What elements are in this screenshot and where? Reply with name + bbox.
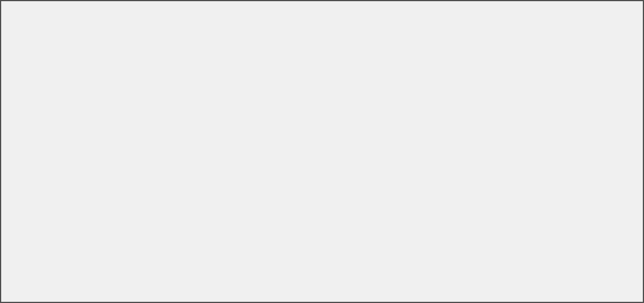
menu-view[interactable]: View [124, 15, 151, 26]
cell[interactable]: FOREIGN EXCHANGE (CAD --> USD) [113, 212, 252, 224]
row-selector[interactable] [8, 236, 17, 247]
cell[interactable]: CENTRAL SURCHARGE (CAD) [314, 188, 444, 200]
cell[interactable]: CEN-USD [252, 200, 314, 212]
radio-all[interactable]: All [24, 121, 44, 130]
forklift-icon[interactable]: ■ [67, 71, 82, 86]
tab-detention[interactable]: Detention [321, 98, 363, 112]
dropdown-button[interactable] [433, 29, 444, 40]
phone-icon[interactable]: ▮ [242, 71, 258, 86]
clock-icon[interactable]: ◷ [280, 27, 295, 42]
cell[interactable]: CENTRAL SURCHARGE (USD) [113, 200, 252, 212]
cell[interactable]: ATLANTIC SURCHARGE (CAD) [113, 165, 252, 176]
cell[interactable] [533, 236, 574, 247]
cell[interactable]: ACC1 [252, 153, 314, 165]
card-icon[interactable]: ♥ [211, 71, 226, 86]
tab-cube-policy[interactable]: Cube Policy [510, 98, 559, 112]
cell[interactable]: ATLANTIC SURCHARGE (USD) [314, 176, 444, 188]
cell[interactable]: ATL-CAD [56, 165, 113, 176]
cell[interactable]: 9 [533, 224, 574, 236]
cell[interactable] [574, 295, 642, 302]
cell[interactable]: FSC-CA-CAL [56, 247, 113, 259]
cell[interactable]: FOREIGN EXCHANGE (CAD --> USD) [314, 212, 444, 224]
cell[interactable]: FUEL SURCHARGE (USD) [113, 271, 252, 283]
calculator-icon[interactable]: ▦ [418, 71, 433, 86]
print-profile-icon[interactable] [99, 71, 114, 86]
cell[interactable]: INSIGHT-A [56, 283, 113, 295]
cell[interactable]: True [17, 165, 56, 176]
cell[interactable] [314, 236, 444, 247]
export-print-icon[interactable] [374, 27, 389, 42]
address-book-icon[interactable]: ▤ [35, 71, 50, 86]
cell[interactable]: True [17, 188, 56, 200]
cell[interactable]: False [17, 224, 56, 236]
delete-record-icon[interactable]: − [77, 27, 92, 42]
cell[interactable]: FUEL SURCHARGE (CAD) [113, 259, 252, 271]
radio-unassigned[interactable]: Unassigned [106, 121, 156, 130]
cell[interactable]: CEN-CAD [56, 188, 113, 200]
cell[interactable]: 9 [533, 212, 574, 224]
tree-icon[interactable]: ├ [306, 71, 322, 86]
cell[interactable]: False [17, 212, 56, 224]
cell[interactable]: 2 [533, 176, 574, 188]
globe-icon[interactable]: ● [258, 71, 274, 86]
cell[interactable]: CEN-CAD [252, 188, 314, 200]
cell[interactable]: 1 [533, 259, 574, 271]
cell[interactable]: False [444, 236, 533, 247]
accounts-icon[interactable]: ▦ [3, 71, 18, 86]
cell[interactable]: False [444, 212, 533, 224]
cell[interactable]: FSC-CAD [56, 259, 113, 271]
cell[interactable]: True [17, 271, 56, 283]
cubes-icon[interactable]: ◧ [354, 71, 370, 86]
cell[interactable] [574, 259, 642, 271]
dropdown-button[interactable] [419, 51, 429, 62]
cell[interactable]: FOREIGN EXCHANGE (USD --> CAD) [113, 224, 252, 236]
company-icon[interactable]: ⌂ [295, 27, 310, 42]
cell[interactable]: False [444, 153, 533, 165]
row-selector[interactable] [8, 259, 17, 271]
cell[interactable]: FUEL SURCHARGE (CAD) [314, 259, 444, 271]
row-selector[interactable] [8, 212, 17, 224]
cell[interactable]: False [17, 236, 56, 247]
cell[interactable] [533, 153, 574, 165]
cell[interactable]: CEN-USD [56, 200, 113, 212]
factory-icon[interactable]: ⌂ [338, 71, 354, 86]
cell[interactable] [574, 188, 642, 200]
warning-doc-icon[interactable]: ▤ [498, 71, 513, 86]
cell[interactable]: False [17, 153, 56, 165]
help-icon[interactable]: ? [221, 27, 236, 42]
cell[interactable]: INSIGHT-A [252, 283, 314, 295]
package-icon[interactable]: ■ [131, 71, 146, 86]
cancel-edit-icon[interactable]: ✘ [122, 27, 137, 42]
find-binoculars-icon[interactable]: ∞ [151, 27, 166, 42]
cell[interactable]: False [444, 165, 533, 176]
cell[interactable]: 2 [533, 165, 574, 176]
column-header-selector[interactable] [8, 138, 17, 152]
tab-routing[interactable]: Routing [362, 98, 398, 112]
cell[interactable]: CURRENT FUEL PRICE [314, 283, 444, 295]
previous-record-icon[interactable]: ◀ [18, 27, 33, 42]
calendar-icon[interactable]: ▦ [226, 71, 242, 86]
cell[interactable]: FEXC:US-CD [252, 224, 314, 236]
cell[interactable]: True [17, 200, 56, 212]
add-record-icon[interactable]: + [63, 27, 77, 42]
tab-competitor-info[interactable]: Competitor Info [398, 98, 458, 112]
wrench-icon[interactable]: ∕ [434, 71, 449, 86]
cell[interactable]: INSIGHT-B [252, 295, 314, 302]
cell[interactable]: False [444, 271, 533, 283]
cell[interactable] [314, 153, 444, 165]
cell[interactable]: CENTRAL SURCHARGE (USD) [314, 200, 444, 212]
container-icon[interactable]: ▣ [147, 71, 162, 86]
cell[interactable]: ADD. FUEL SRC - CALIFORNIA (CAD) [113, 247, 252, 259]
column-header-substitution-description[interactable]: Substitution Description [314, 138, 444, 152]
menu-tools[interactable]: Tools [187, 15, 215, 26]
next-record-icon[interactable]: ▶ [33, 27, 48, 42]
column-header-substitution-order[interactable]: Substitution Order [574, 138, 642, 152]
server-icon[interactable]: ▣ [402, 71, 418, 86]
cell[interactable]: FSC-USD [56, 271, 113, 283]
cell[interactable]: ATLANTIC SURCHARGE (CAD) [314, 165, 444, 176]
refresh-icon[interactable]: ↻ [137, 27, 151, 42]
cell[interactable]: 1 [533, 271, 574, 283]
code-field[interactable] [40, 50, 112, 62]
cell[interactable]: True [17, 176, 56, 188]
cell[interactable] [533, 295, 574, 302]
